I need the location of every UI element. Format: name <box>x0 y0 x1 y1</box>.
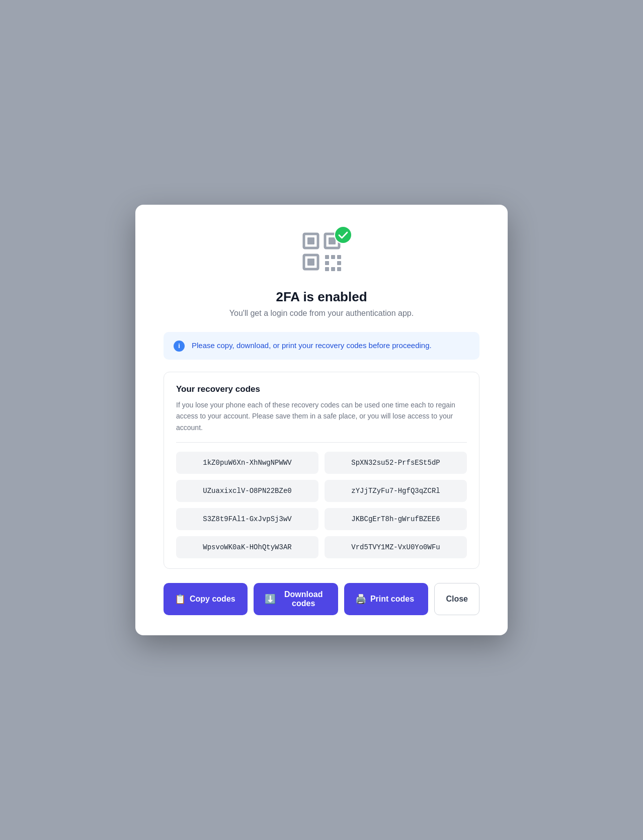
info-banner: i Please copy, download, or print your r… <box>164 332 479 360</box>
svg-rect-1 <box>307 237 314 244</box>
recovery-code-item: S3Z8t9FAl1-GxJvpSj3wV <box>176 508 318 530</box>
modal-title: 2FA is enabled <box>276 289 367 305</box>
recovery-code-item: 1kZ0puW6Xn-XhNwgNPWWV <box>176 452 318 474</box>
copy-codes-button[interactable]: 📋 Copy codes <box>164 583 248 615</box>
download-codes-button[interactable]: ⬇️ Download codes <box>254 583 338 615</box>
download-icon: ⬇️ <box>265 594 276 605</box>
info-icon: i <box>174 341 185 352</box>
print-codes-button[interactable]: 🖨️ Print codes <box>344 583 428 615</box>
close-button[interactable]: Close <box>434 583 479 615</box>
recovery-code-item: Vrd5TVY1MZ-VxU0Yo0WFu <box>325 536 467 558</box>
svg-rect-12 <box>325 267 329 271</box>
modal-subtitle: You'll get a login code from your authen… <box>229 309 414 318</box>
svg-rect-7 <box>331 255 335 259</box>
check-badge-icon <box>334 226 352 244</box>
svg-rect-8 <box>325 261 329 265</box>
recovery-code-item: SpXN32su52-PrfsESt5dP <box>325 452 467 474</box>
info-banner-text: Please copy, download, or print your rec… <box>192 340 432 352</box>
recovery-codes-box: Your recovery codes If you lose your pho… <box>164 372 479 569</box>
modal-footer: 📋 Copy codes ⬇️ Download codes 🖨️ Print … <box>164 583 479 615</box>
recovery-code-item: zYJjTZyFu7-HgfQ3qZCRl <box>325 480 467 502</box>
svg-rect-13 <box>337 267 341 271</box>
svg-rect-6 <box>325 255 329 259</box>
modal-header: 2FA is enabled You'll get a login code f… <box>164 229 479 318</box>
svg-rect-11 <box>337 261 341 265</box>
recovery-code-item: WpsvoWK0aK-HOhQtyW3AR <box>176 536 318 558</box>
recovery-code-item: JKBCgErT8h-gWrufBZEE6 <box>325 508 467 530</box>
svg-rect-3 <box>307 259 314 266</box>
qr-icon-wrapper <box>294 229 349 279</box>
printer-icon: 🖨️ <box>355 594 366 605</box>
recovery-description: If you lose your phone each of these rec… <box>176 399 467 443</box>
backdrop: 2FA is enabled You'll get a login code f… <box>0 0 643 840</box>
clipboard-icon: 📋 <box>175 594 186 605</box>
svg-point-14 <box>335 227 351 243</box>
svg-rect-10 <box>331 267 335 271</box>
recovery-code-item: UZuaxixclV-O8PN22BZe0 <box>176 480 318 502</box>
codes-grid: 1kZ0puW6Xn-XhNwgNPWWVSpXN32su52-PrfsESt5… <box>176 452 467 558</box>
modal-dialog: 2FA is enabled You'll get a login code f… <box>135 205 508 635</box>
svg-rect-9 <box>337 255 341 259</box>
recovery-title: Your recovery codes <box>176 384 467 394</box>
